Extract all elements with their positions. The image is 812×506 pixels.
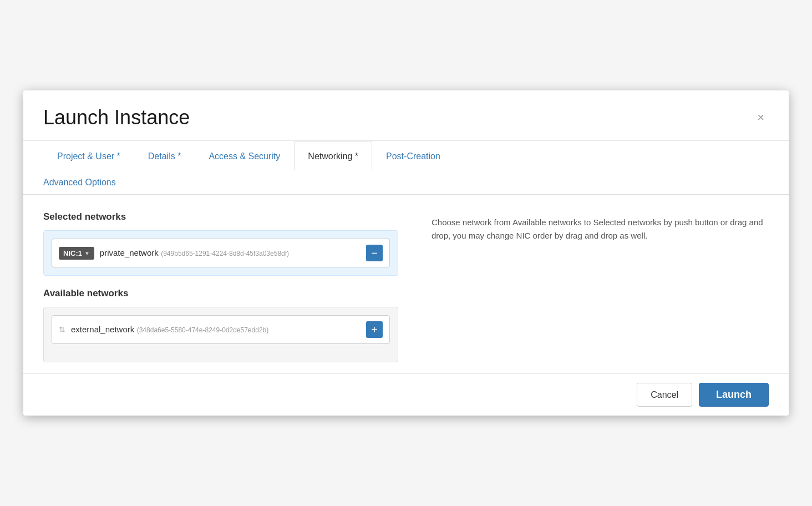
selected-network-name: private_network bbox=[100, 248, 159, 257]
tab-post-creation[interactable]: Post-Creation bbox=[372, 141, 454, 170]
launch-button[interactable]: Launch bbox=[699, 383, 769, 407]
left-panel: Selected networks NIC:1 ▼ private_networ… bbox=[43, 211, 398, 362]
available-network-id: (348da6e5-5580-474e-8249-0d2de57edd2b) bbox=[137, 326, 269, 334]
tab-networking[interactable]: Networking * bbox=[294, 141, 372, 170]
available-network-item: ⇅ external_network (348da6e5-5580-474e-8… bbox=[52, 315, 390, 344]
available-networks-title: Available networks bbox=[43, 288, 398, 299]
remove-network-button[interactable]: − bbox=[366, 245, 383, 261]
help-text: Choose network from Available networks t… bbox=[432, 216, 769, 242]
add-network-button[interactable]: + bbox=[366, 321, 383, 338]
cancel-button[interactable]: Cancel bbox=[637, 383, 692, 407]
tab-access-security[interactable]: Access & Security bbox=[195, 141, 294, 170]
available-network-info: external_network (348da6e5-5580-474e-824… bbox=[71, 325, 361, 335]
selected-networks-box: NIC:1 ▼ private_network (949b5d65-1291-4… bbox=[43, 230, 398, 276]
modal-body: Selected networks NIC:1 ▼ private_networ… bbox=[23, 195, 789, 373]
selected-network-item: NIC:1 ▼ private_network (949b5d65-1291-4… bbox=[52, 239, 390, 267]
nic-badge: NIC:1 ▼ bbox=[59, 247, 94, 260]
tab-advanced-options[interactable]: Advanced Options bbox=[43, 170, 116, 194]
modal-title: Launch Instance bbox=[43, 106, 190, 129]
tab-project-user[interactable]: Project & User * bbox=[43, 141, 134, 170]
launch-instance-modal: Launch Instance × Project & User * Detai… bbox=[23, 90, 789, 416]
selected-network-id: (949b5d65-1291-4224-8d8d-45f3a03e58df) bbox=[161, 250, 289, 257]
tabs-wrapper: Project & User * Details * Access & Secu… bbox=[23, 141, 789, 195]
available-networks-box: ⇅ external_network (348da6e5-5580-474e-8… bbox=[43, 307, 398, 362]
close-button[interactable]: × bbox=[753, 109, 769, 126]
right-panel: Choose network from Available networks t… bbox=[432, 211, 769, 362]
drag-handle-icon: ⇅ bbox=[59, 325, 65, 334]
tabs-second-row: Advanced Options bbox=[23, 170, 789, 195]
network-info: private_network (949b5d65-1291-4224-8d8d… bbox=[100, 248, 361, 258]
modal-footer: Cancel Launch bbox=[23, 373, 789, 416]
modal-header: Launch Instance × bbox=[23, 90, 789, 141]
available-network-name: external_network bbox=[71, 325, 134, 334]
tab-details[interactable]: Details * bbox=[134, 141, 195, 170]
tabs-main-row: Project & User * Details * Access & Secu… bbox=[23, 141, 789, 170]
selected-networks-title: Selected networks bbox=[43, 211, 398, 222]
nic-label: NIC:1 bbox=[63, 249, 82, 257]
nic-arrow-icon: ▼ bbox=[84, 250, 90, 256]
